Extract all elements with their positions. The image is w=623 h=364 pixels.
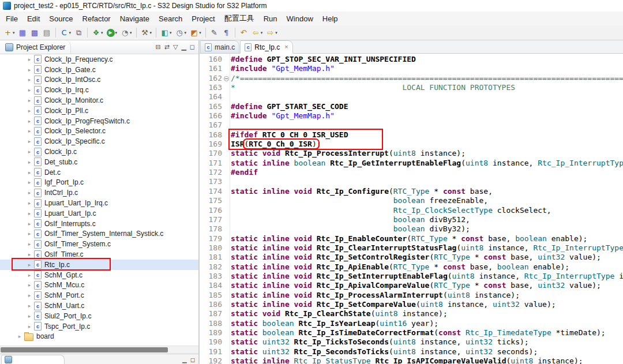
tree-item-clock-ip-c[interactable]: ▸cClock_Ip.c (0, 147, 198, 157)
chevron-collapsed-icon[interactable]: ▸ (25, 262, 34, 268)
peripherals-tool-button[interactable]: ◩▾ (188, 27, 203, 39)
scrollbar-thumb[interactable] (1, 347, 168, 352)
chevron-collapsed-icon[interactable]: ▸ (25, 200, 34, 206)
tree-item-clock-ip-intosc-c[interactable]: ▸cClock_Ip_IntOsc.c (0, 75, 198, 85)
tree-item-clock-ip-frequency-c[interactable]: ▸cClock_Ip_Frequency.c (0, 54, 198, 65)
tree-item-tspc-port-ip-c[interactable]: ▸cTspc_Port_Ip.c (0, 321, 198, 332)
print-button[interactable]: ▤ (41, 27, 53, 39)
tree-item-clock-ip-selector-c[interactable]: ▸cClock_Ip_Selector.c (0, 126, 198, 137)
chevron-collapsed-icon[interactable]: ▸ (25, 77, 34, 82)
editor-tab-rtc-ip-c[interactable]: cRtc_Ip.c× (240, 40, 292, 54)
tree-item-lpuart-uart-ip-irq-c[interactable]: ▸cLpuart_Uart_Ip_Irq.c (0, 198, 198, 208)
view-menu-button[interactable]: ▽ (173, 43, 178, 51)
minimize-button[interactable]: ▁ (182, 357, 187, 363)
tree-item-clock-ip-pll-c[interactable]: ▸cClock_Ip_Pll.c (0, 106, 198, 116)
menu-run[interactable]: Run (259, 13, 282, 25)
tree-item-osif-timer-system-c[interactable]: ▸cOsIf_Timer_System.c (0, 239, 198, 249)
tree-item-igf-port-ip-c[interactable]: ▸cIgf_Port_Ip.c (0, 178, 198, 188)
show-whitespace-button[interactable]: ¶ (220, 27, 232, 39)
tree-item-rtc-ip-c[interactable]: ▸cRtc_Ip.c (0, 260, 198, 270)
chevron-collapsed-icon[interactable]: ▸ (25, 97, 34, 103)
tree-item-schm-mcu-c[interactable]: ▸cSchM_Mcu.c (0, 280, 198, 291)
tree-item-det-stub-c[interactable]: ▸cDet_stub.c (0, 157, 198, 167)
chevron-collapsed-icon[interactable]: ▸ (25, 67, 34, 73)
chevron-collapsed-icon[interactable]: ▸ (25, 292, 34, 298)
clocks-tool-button[interactable]: ◷▾ (174, 27, 189, 39)
chevron-collapsed-icon[interactable]: ▸ (25, 128, 34, 134)
tree-item-intctrl-ip-c[interactable]: ▸cIntCtrl_Ip.c (0, 187, 198, 198)
build-button[interactable]: ⚒▾ (139, 27, 154, 39)
tree-item-clock-ip-irq-c[interactable]: ▸cClock_Ip_Irq.c (0, 85, 198, 95)
link-with-editor-button[interactable]: ⇄ (164, 43, 170, 51)
chevron-collapsed-icon[interactable]: ▸ (25, 118, 34, 124)
chevron-collapsed-icon[interactable]: ▸ (25, 179, 34, 185)
chevron-collapsed-icon[interactable]: ▸ (25, 108, 34, 114)
tree-item-siul2-port-ip-c[interactable]: ▸cSiul2_Port_Ip.c (0, 311, 198, 321)
maximize-button[interactable]: ◻ (190, 357, 195, 363)
menu-edit[interactable]: Edit (22, 13, 44, 25)
tree-item-osif-interrupts-c[interactable]: ▸cOsIf_Interrupts.c (0, 219, 198, 229)
chevron-collapsed-icon[interactable]: ▸ (25, 272, 34, 278)
chevron-collapsed-icon[interactable]: ▸ (25, 170, 34, 175)
chevron-collapsed-icon[interactable]: ▸ (25, 324, 34, 329)
menu-refactor[interactable]: Refactor (78, 13, 115, 25)
explorer-hscrollbar[interactable] (0, 346, 198, 354)
tree-item-lpuart-uart-ip-c[interactable]: ▸cLpuart_Uart_Ip.c (0, 208, 198, 219)
chevron-collapsed-icon[interactable]: ▸ (25, 252, 34, 257)
collapse-all-button[interactable]: ⊟ (155, 43, 160, 51)
fold-marker-icon[interactable] (224, 76, 229, 81)
edit-element-button[interactable]: ✎ (208, 27, 220, 39)
chevron-collapsed-icon[interactable]: ▸ (25, 313, 34, 319)
save-all-button[interactable]: ▩ (29, 27, 41, 39)
menu-project[interactable]: Project (187, 13, 219, 25)
tree-item-schm-gpt-c[interactable]: ▸cSchM_Gpt.c (0, 270, 198, 280)
tree-item-schm-uart-c[interactable]: ▸cSchM_Uart.c (0, 301, 198, 311)
minimize-button[interactable]: ▁ (181, 43, 186, 51)
tree-item-clock-ip-monitor-c[interactable]: ▸cClock_Ip_Monitor.c (0, 95, 198, 106)
chevron-collapsed-icon[interactable]: ▸ (25, 57, 34, 62)
menu-help[interactable]: Help (318, 13, 343, 25)
chevron-collapsed-icon[interactable]: ▸ (25, 231, 34, 237)
tree-item-board[interactable]: ▸board (0, 332, 198, 342)
maximize-button[interactable]: ◻ (190, 43, 195, 51)
chevron-collapsed-icon[interactable]: ▸ (25, 282, 34, 288)
menu-navigate[interactable]: Navigate (115, 13, 154, 25)
menu-config-tools[interactable]: 配置工具 (220, 12, 259, 25)
tree-item-clock-ip-gate-c[interactable]: ▸cClock_Ip_Gate.c (0, 65, 198, 75)
chevron-collapsed-icon[interactable]: ▸ (25, 159, 34, 165)
run-button[interactable]: ▶▾ (105, 27, 119, 39)
chevron-collapsed-icon[interactable]: ▸ (25, 303, 34, 309)
menu-source[interactable]: Source (44, 13, 77, 25)
chevron-collapsed-icon[interactable]: ▸ (25, 87, 34, 93)
chevron-collapsed-icon[interactable]: ▸ (15, 333, 24, 339)
last-edit-location-button[interactable]: ↶ (238, 27, 250, 39)
tree-item-osif-timer-system-internal-systick-c[interactable]: ▸cOsIf_Timer_System_Internal_Systick.c (0, 229, 198, 239)
chevron-collapsed-icon[interactable]: ▸ (25, 149, 34, 155)
menu-file[interactable]: File (1, 13, 22, 25)
chevron-collapsed-icon[interactable]: ▸ (25, 221, 34, 227)
profile-button[interactable]: ◔▾ (119, 27, 134, 39)
save-button[interactable]: ▦ (17, 27, 29, 39)
chevron-collapsed-icon[interactable]: ▸ (25, 190, 34, 196)
open-element-button[interactable]: ⧉ (73, 27, 85, 39)
tab-project-explorer[interactable]: Project Explorer (0, 40, 71, 54)
editor-tab-main-c[interactable]: cmain.c (200, 40, 239, 53)
bottom-view-tab[interactable] (1, 355, 65, 364)
close-icon[interactable]: × (284, 44, 288, 50)
tree-item-clock-ip-progfreqswitch-c[interactable]: ▸cClock_Ip_ProgFreqSwitch.c (0, 116, 198, 126)
tree-item-schm-port-c[interactable]: ▸cSchM_Port.c (0, 290, 198, 301)
code-editor[interactable]: 1601611621631641651661671681691701711721… (200, 54, 623, 364)
forward-button[interactable]: ⇨▾ (264, 27, 279, 39)
tree-item-clock-ip-specific-c[interactable]: ▸cClock_Ip_Specific.c (0, 136, 198, 147)
debug-button[interactable]: ❖▾ (90, 27, 105, 39)
tree-item-det-c[interactable]: ▸cDet.c (0, 167, 198, 178)
new-wizard-button[interactable]: +▾ (2, 27, 17, 39)
pins-tool-button[interactable]: ◧▾ (159, 27, 174, 39)
back-button[interactable]: ⇦▾ (250, 27, 265, 39)
chevron-collapsed-icon[interactable]: ▸ (25, 211, 34, 216)
menu-window[interactable]: Window (282, 13, 318, 25)
chevron-collapsed-icon[interactable]: ▸ (25, 241, 34, 247)
tree-item-osif-timer-c[interactable]: ▸cOsIf_Timer.c (0, 249, 198, 260)
chevron-collapsed-icon[interactable]: ▸ (25, 138, 34, 144)
new-c-project-button[interactable]: C▾ (58, 27, 73, 39)
